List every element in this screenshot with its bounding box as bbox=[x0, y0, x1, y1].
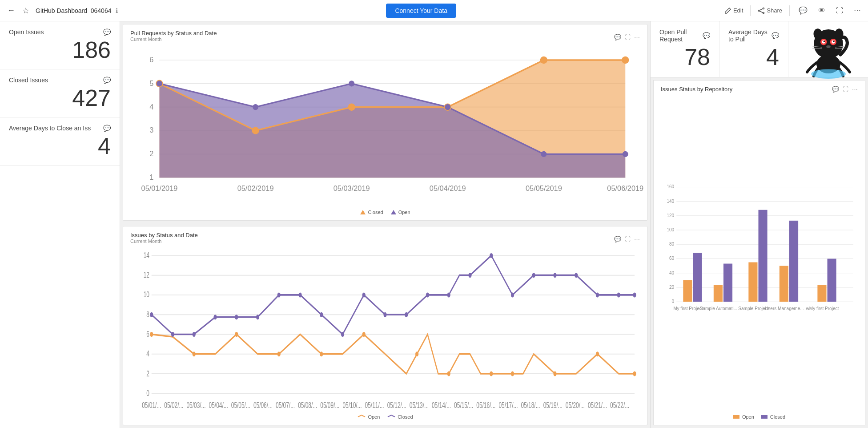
issues-legend-closed: Closed bbox=[387, 414, 413, 420]
pr-legend-open: Open bbox=[390, 210, 410, 215]
pr-expand-icon[interactable]: ⛶ bbox=[625, 34, 631, 40]
pr-chart-actions: 💬 ⛶ ⋯ bbox=[614, 34, 640, 40]
svg-text:4: 4 bbox=[146, 349, 149, 358]
issues-chart-svg: 14 12 10 8 6 4 2 0 bbox=[130, 247, 640, 412]
bar-open-2 bbox=[714, 285, 723, 302]
svg-point-49 bbox=[362, 293, 366, 298]
svg-text:My first Project: My first Project bbox=[673, 306, 703, 311]
open-issues-card: Open Issues 💬 186 bbox=[0, 21, 120, 69]
pr-chart-area: 6 5 4 3 2 1 bbox=[130, 45, 640, 207]
repo-legend-open: Open bbox=[733, 414, 754, 420]
svg-text:14: 14 bbox=[144, 251, 150, 260]
svg-text:40: 40 bbox=[669, 271, 675, 275]
avg-days-pull-value: 4 bbox=[728, 44, 779, 70]
svg-text:05/04/2019: 05/04/2019 bbox=[430, 184, 466, 192]
issues-comment-icon[interactable]: 💬 bbox=[614, 236, 621, 242]
avg-days-close-comment-icon[interactable]: 💬 bbox=[103, 125, 111, 132]
open-pull-comment-icon[interactable]: 💬 bbox=[703, 32, 710, 39]
svg-text:120: 120 bbox=[667, 213, 674, 218]
expand-button[interactable]: ⛶ bbox=[834, 5, 845, 16]
svg-point-52 bbox=[426, 293, 429, 298]
separator bbox=[750, 5, 751, 16]
svg-point-69 bbox=[415, 351, 418, 356]
right-top-row: Open Pull Request 💬 78 Average Days to P… bbox=[651, 21, 868, 77]
svg-text:12: 12 bbox=[144, 271, 149, 279]
svg-text:0: 0 bbox=[146, 388, 149, 397]
repo-more-icon[interactable]: ⋯ bbox=[852, 86, 858, 93]
svg-text:4: 4 bbox=[149, 103, 153, 111]
bar-closed-3 bbox=[758, 210, 767, 302]
issues-status-repo-panel: Issues Status by Repository 💬 ⛶ ⋯ bbox=[653, 80, 865, 425]
issues-chart-header: Issues by Status and Date Current Month … bbox=[130, 232, 640, 246]
issues-more-icon[interactable]: ⋯ bbox=[634, 236, 640, 242]
connect-data-button[interactable]: Connect Your Data bbox=[386, 4, 456, 18]
pr-comment-icon[interactable]: 💬 bbox=[614, 34, 621, 40]
info-icon[interactable]: ℹ bbox=[116, 7, 118, 14]
open-issues-header: Open Issues 💬 bbox=[9, 28, 111, 36]
svg-text:05/09/...: 05/09/... bbox=[320, 401, 339, 410]
closed-issues-title: Closed Issues bbox=[9, 77, 48, 84]
svg-point-63 bbox=[150, 332, 153, 337]
closed-issues-header: Closed Issues 💬 bbox=[9, 77, 111, 84]
avg-days-close-title: Average Days to Close an Iss bbox=[9, 125, 91, 132]
svg-text:05/17/...: 05/17/... bbox=[498, 401, 518, 410]
share-action[interactable]: Share bbox=[758, 7, 782, 14]
open-pull-value: 78 bbox=[659, 44, 710, 70]
svg-point-51 bbox=[405, 312, 408, 317]
view-button[interactable]: 👁 bbox=[816, 5, 827, 16]
svg-text:05/07/...: 05/07/... bbox=[276, 401, 295, 410]
svg-point-67 bbox=[320, 351, 323, 356]
closed-legend-icon bbox=[360, 210, 366, 215]
svg-point-62 bbox=[633, 293, 636, 298]
pr-chart-legend: Closed Open bbox=[130, 210, 640, 215]
svg-text:05/14/...: 05/14/... bbox=[432, 401, 451, 410]
avg-days-pull-title: Average Days to Pull bbox=[728, 28, 772, 43]
svg-text:05/19/...: 05/19/... bbox=[543, 401, 563, 410]
repo-chart-title: Issues Status by Repository bbox=[661, 86, 732, 93]
more-button[interactable]: ⋯ bbox=[852, 4, 863, 16]
svg-text:05/20/...: 05/20/... bbox=[566, 401, 585, 410]
back-button[interactable]: ← bbox=[5, 4, 17, 17]
edit-action[interactable]: Edit bbox=[724, 7, 743, 14]
open-pull-metric: Open Pull Request 💬 78 bbox=[651, 21, 719, 77]
repo-chart-svg: 160 140 120 100 80 60 40 20 0 bbox=[661, 97, 858, 412]
avg-days-close-value: 4 bbox=[9, 133, 111, 159]
avg-days-pull-comment-icon[interactable]: 💬 bbox=[772, 32, 779, 39]
svg-text:6: 6 bbox=[146, 330, 149, 339]
repo-open-legend-icon bbox=[733, 414, 740, 420]
repo-expand-icon[interactable]: ⛶ bbox=[843, 86, 848, 93]
comment-button[interactable]: 💬 bbox=[797, 4, 809, 16]
svg-text:05/03/...: 05/03/... bbox=[186, 401, 205, 410]
svg-point-0 bbox=[763, 8, 764, 9]
pr-more-icon[interactable]: ⋯ bbox=[634, 34, 640, 40]
svg-point-68 bbox=[362, 332, 366, 337]
svg-text:Sample Project: Sample Project bbox=[738, 306, 768, 311]
open-issues-value: 186 bbox=[9, 37, 111, 63]
center-panel: Pull Requests by Status and Date Current… bbox=[120, 21, 650, 428]
svg-point-56 bbox=[511, 293, 514, 298]
svg-point-50 bbox=[383, 312, 386, 317]
svg-text:5: 5 bbox=[149, 79, 153, 87]
svg-marker-22 bbox=[391, 210, 396, 214]
svg-text:wMy first Project: wMy first Project bbox=[806, 306, 839, 311]
repo-comment-icon[interactable]: 💬 bbox=[832, 86, 839, 93]
avg-days-close-header: Average Days to Close an Iss 💬 bbox=[9, 125, 111, 132]
svg-point-54 bbox=[468, 273, 471, 278]
pr-legend-closed: Closed bbox=[360, 210, 383, 215]
svg-rect-138 bbox=[761, 415, 768, 419]
repo-chart-area: 160 140 120 100 80 60 40 20 0 bbox=[661, 97, 858, 412]
bar-open-5 bbox=[817, 285, 826, 302]
svg-text:05/06/...: 05/06/... bbox=[253, 401, 273, 410]
svg-point-40 bbox=[171, 332, 174, 337]
issues-expand-icon[interactable]: ⛶ bbox=[625, 236, 631, 242]
open-issues-comment-icon[interactable]: 💬 bbox=[103, 28, 111, 36]
repo-closed-legend-icon bbox=[761, 414, 768, 420]
star-button[interactable]: ☆ bbox=[20, 4, 31, 17]
svg-point-1 bbox=[759, 10, 760, 11]
issues-chart-actions: 💬 ⛶ ⋯ bbox=[614, 236, 640, 242]
closed-dot-6 bbox=[622, 57, 629, 64]
closed-issues-comment-icon[interactable]: 💬 bbox=[103, 77, 111, 84]
repo-legend-closed-label: Closed bbox=[770, 414, 785, 420]
svg-text:05/12/...: 05/12/... bbox=[387, 401, 406, 410]
svg-text:05/03/2019: 05/03/2019 bbox=[334, 184, 370, 192]
